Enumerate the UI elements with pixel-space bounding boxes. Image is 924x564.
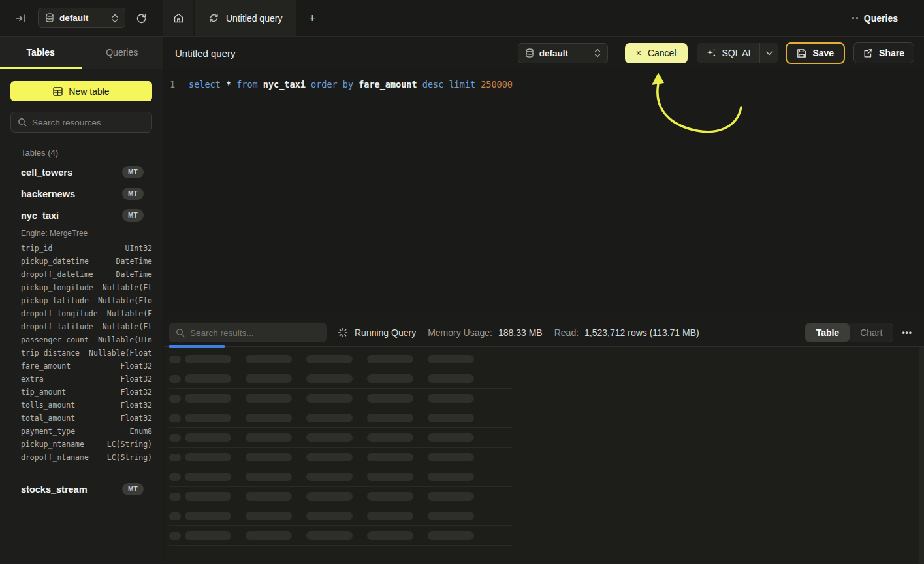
- more-options-button[interactable]: •••: [902, 328, 912, 337]
- sql-token: order: [311, 79, 338, 90]
- collapse-sidebar-icon[interactable]: [13, 10, 29, 26]
- column-row[interactable]: extraFloat32: [21, 373, 152, 386]
- engine-badge: MT: [122, 209, 144, 222]
- column-row[interactable]: dropoff_longitudeNullable(F: [21, 307, 152, 320]
- query-database-selector[interactable]: default: [518, 43, 608, 63]
- column-row[interactable]: tip_amountFloat32: [21, 386, 152, 399]
- skeleton-cell: [185, 453, 246, 461]
- skeleton-cell: [306, 492, 367, 501]
- sql-console-app: default Untitled query + Q: [0, 0, 924, 564]
- sql-token: desc: [422, 79, 444, 90]
- column-name: tip_amount: [21, 386, 66, 399]
- loading-spinner-icon: [338, 327, 348, 338]
- column-type: Float32: [121, 386, 152, 399]
- column-name: total_amount: [21, 412, 75, 425]
- memory-usage-label: Memory Usage:: [428, 327, 492, 338]
- column-name: pickup_latitude: [21, 294, 89, 307]
- column-row[interactable]: pickup_latitudeNullable(Flo: [21, 294, 152, 307]
- line-number: 1: [164, 78, 181, 91]
- queries-label: Queries: [864, 13, 898, 24]
- share-icon: [863, 48, 873, 58]
- table-item-nyc_taxi[interactable]: nyc_taxiMT: [0, 205, 163, 226]
- skeleton-cell: [428, 531, 488, 540]
- sql-ai-button: SQL AI: [697, 43, 779, 63]
- tab-untitled-query[interactable]: Untitled query: [195, 0, 296, 36]
- skeleton-cell: [367, 414, 428, 422]
- database-selector[interactable]: default: [38, 8, 125, 28]
- main-panel: Untitled query default × Cancel: [164, 37, 924, 564]
- save-button[interactable]: Save: [786, 42, 845, 64]
- skeleton-cell: [428, 355, 488, 363]
- column-row[interactable]: total_amountFloat32: [21, 412, 152, 425]
- tables-list: cell_towersMThackernewsMTnyc_taxiMTEngin…: [0, 161, 163, 500]
- home-button[interactable]: [163, 0, 193, 36]
- vertical-scrollbar[interactable]: [919, 347, 924, 564]
- results-search: [169, 323, 327, 342]
- sql-token: [417, 79, 422, 90]
- table-item-cell_towers[interactable]: cell_towersMT: [0, 161, 163, 183]
- table-item-stocks_stream[interactable]: stocks_streamMT: [0, 478, 163, 500]
- column-row[interactable]: pickup_longitudeNullable(Fl: [21, 281, 152, 294]
- skeleton-cell: [306, 512, 367, 520]
- sidebar-tab-queries[interactable]: Queries: [82, 37, 163, 69]
- skeleton-cell: [185, 512, 246, 520]
- engine-badge: MT: [122, 188, 144, 200]
- column-row[interactable]: trip_distanceNullable(Float: [21, 346, 152, 359]
- column-row[interactable]: pickup_ntanameLC(String): [21, 438, 152, 451]
- column-row[interactable]: tolls_amountFloat32: [21, 399, 152, 412]
- results-panel: Running Query Memory Usage: 188.33 MB Re…: [164, 319, 924, 564]
- skeleton-cell: [428, 512, 488, 520]
- new-table-label: New table: [69, 86, 109, 97]
- table-item-hackernews[interactable]: hackernewsMT: [0, 183, 163, 205]
- query-status: Running Query: [355, 327, 416, 338]
- column-row[interactable]: fare_amountFloat32: [21, 359, 152, 373]
- sidebar: Tables Queries New table Tables (4) cell…: [0, 37, 163, 564]
- cancel-button[interactable]: × Cancel: [625, 43, 688, 63]
- skeleton-cell: [428, 433, 488, 442]
- column-type: DateTime: [116, 255, 152, 268]
- table-row: [169, 467, 513, 487]
- column-row[interactable]: payment_typeEnum8: [21, 425, 152, 438]
- sidebar-tab-tables[interactable]: Tables: [0, 37, 82, 69]
- results-search-input[interactable]: [190, 328, 320, 338]
- memory-usage-value: 188.33 MB: [498, 327, 543, 338]
- skeleton-cell: [428, 394, 488, 403]
- column-name: dropoff_datetime: [21, 268, 93, 281]
- query-running-icon: [209, 13, 219, 23]
- column-row[interactable]: trip_idUInt32: [21, 242, 152, 255]
- query-title: Untitled query: [175, 48, 236, 59]
- resource-search-input[interactable]: [32, 118, 148, 127]
- search-icon: [18, 118, 27, 127]
- view-toggle-chart[interactable]: Chart: [850, 323, 893, 342]
- column-name: trip_distance: [21, 346, 80, 359]
- sql-ai-main[interactable]: SQL AI: [697, 43, 760, 63]
- skeleton-cell: [428, 414, 488, 422]
- skeleton-cell: [185, 433, 246, 442]
- column-row[interactable]: dropoff_ntanameLC(String): [21, 451, 152, 464]
- sql-editor[interactable]: 1 select * from nyc_taxi order by fare_a…: [164, 69, 924, 319]
- column-row[interactable]: dropoff_datetimeDateTime: [21, 268, 152, 281]
- column-row[interactable]: passenger_countNullable(UIn: [21, 333, 152, 346]
- query-progress-bar: [169, 345, 225, 348]
- skeleton-row-number: [169, 414, 181, 422]
- skeleton-cell: [185, 492, 246, 501]
- new-table-button[interactable]: New table: [10, 81, 152, 101]
- sql-ai-dropdown[interactable]: [760, 43, 778, 63]
- column-row[interactable]: pickup_datetimeDateTime: [21, 255, 152, 268]
- column-name: trip_id: [21, 242, 52, 255]
- column-type: Nullable(Fl: [103, 320, 152, 333]
- view-toggle-table[interactable]: Table: [806, 323, 850, 342]
- skeleton-cell: [246, 473, 306, 481]
- column-name: dropoff_ntaname: [21, 451, 89, 464]
- queries-link[interactable]: Queries: [852, 0, 924, 36]
- new-tab-button[interactable]: +: [296, 0, 328, 36]
- column-row[interactable]: dropoff_latitudeNullable(Fl: [21, 320, 152, 333]
- column-type: UInt32: [125, 242, 152, 255]
- skeleton-cell: [246, 433, 306, 442]
- refresh-icon[interactable]: [132, 9, 150, 27]
- skeleton-cell: [306, 394, 367, 403]
- share-button[interactable]: Share: [853, 42, 914, 63]
- skeleton-cell: [367, 531, 428, 540]
- sql-token: 250000: [481, 79, 513, 90]
- sql-token: limit: [449, 79, 475, 90]
